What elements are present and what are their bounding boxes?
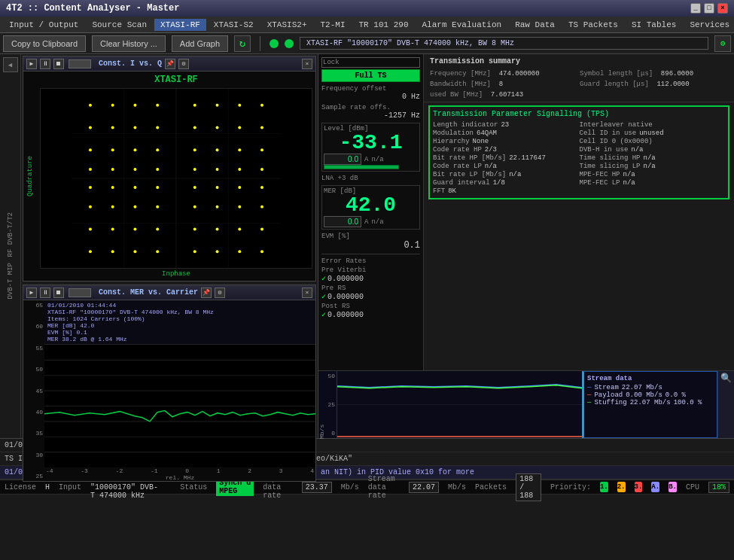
panel-config-btn[interactable]: ⚙ (178, 59, 189, 69)
freq-row: Frequency [MHz] 474.000000 (430, 68, 578, 78)
rf-dvb-label: RF DVB-T/T2 (7, 212, 14, 257)
svg-point-50 (193, 205, 196, 208)
mer-stop-btn[interactable]: ⏹ (53, 288, 64, 298)
panel-slider[interactable] (69, 59, 91, 68)
mer-pin-btn[interactable]: 📌 (201, 288, 212, 298)
y-label-60: 60 (35, 323, 43, 330)
svg-point-36 (238, 168, 241, 171)
mer-current-input[interactable] (324, 216, 361, 227)
mer-chart-area: 01/01/2010 01:44:44 XTASI-RF "10000170" … (44, 300, 315, 481)
menu-si-tables[interactable]: SI Tables (626, 19, 682, 31)
svg-point-22 (89, 148, 92, 151)
close-button[interactable]: × (717, 3, 728, 14)
menu-services-pids[interactable]: Services / PIDs (684, 19, 734, 31)
menu-xtasi-rf[interactable]: XTASI-RF (154, 19, 206, 31)
menu-ts-packets[interactable]: TS Packets (562, 19, 624, 31)
x-label-m3: -3 (81, 467, 88, 474)
post-rs-row: ✓ 0.000000 (321, 310, 420, 319)
level-current-input[interactable] (324, 154, 361, 165)
panel-pin-btn[interactable]: 📌 (165, 59, 175, 69)
tps-row-2-left: Hierarchy None (433, 138, 579, 145)
freq-val: 474.000000 (499, 70, 540, 78)
measurement-col: Lock Full TS Frequency offset 0 Hz Sampl… (318, 54, 424, 370)
svg-point-15 (111, 126, 114, 129)
pre-rs-check: ✓ (321, 292, 326, 301)
clear-history-button[interactable]: Clear History ... (92, 35, 166, 52)
svg-point-33 (156, 168, 159, 171)
mer-extra: n/a (371, 218, 383, 226)
svg-point-6 (89, 104, 92, 107)
panel-play-btn[interactable]: ▶ (26, 59, 37, 69)
tps-row-5-left: Code rate LP n/a (433, 163, 579, 170)
tps-key-7-r: MPE-FEC LP (580, 179, 620, 187)
bw-label: Bandwidth [MHz] (430, 81, 491, 88)
menu-source-scan[interactable]: Source Scan (86, 19, 153, 31)
menu-alarm-eval[interactable]: Alarm Evaluation (416, 19, 508, 31)
priority-badge-3: 3. (635, 482, 643, 492)
svg-point-24 (133, 148, 136, 151)
refresh-button[interactable]: ↻ (234, 35, 251, 52)
menu-tr101290[interactable]: TR 101 290 (353, 19, 415, 31)
pre-viterbi-label: Pre Viterbi (321, 266, 420, 274)
add-graph-button[interactable]: Add Graph (172, 35, 228, 52)
stream-magnify-btn[interactable]: 🔍 (717, 371, 734, 438)
priority-badge-2: 2. (617, 482, 626, 492)
stream-legend-stuffing-pct: 100.0 % (674, 399, 702, 406)
y-label-45: 45 (35, 388, 43, 394)
tps-key-5-l: Code rate LP (433, 163, 482, 170)
level-value: -33.1 (324, 132, 418, 154)
y-label-30: 30 (35, 452, 43, 458)
x-label-3: 3 (279, 467, 283, 474)
mer-close-btn[interactable]: × (302, 288, 312, 298)
inphase-label: Inphase (40, 270, 312, 278)
panel-stop-btn[interactable]: ⏹ (53, 59, 64, 69)
maximize-button[interactable]: □ (704, 3, 714, 14)
right-top: Lock Full TS Frequency offset 0 Hz Sampl… (318, 54, 734, 370)
mer-y-axis: 65 60 55 50 45 40 35 30 25 (23, 300, 44, 481)
menu-t2mi[interactable]: T2-MI (314, 19, 351, 31)
svg-point-29 (260, 148, 263, 151)
freq-offset-label: Frequency offset (321, 85, 420, 93)
mer-meas-value: 42.0 (324, 195, 418, 216)
tps-row-8-right (580, 187, 726, 195)
menu-raw-data[interactable]: Raw Data (509, 19, 561, 31)
mer-play-btn[interactable]: ▶ (26, 288, 37, 298)
svg-point-7 (111, 104, 114, 107)
tps-row-7-left: Guard interval 1/8 (433, 179, 579, 187)
status-indicator-green (270, 39, 279, 48)
stream-legend-stream-indicator: — (587, 384, 591, 391)
stream-y-50: 50 (327, 373, 335, 379)
settings-button[interactable]: ⚙ (714, 35, 731, 52)
svg-point-23 (111, 148, 114, 151)
minimize-button[interactable]: _ (690, 3, 701, 14)
stream-y-25: 25 (327, 401, 335, 408)
svg-point-20 (238, 126, 241, 129)
panel-close-btn[interactable]: × (302, 59, 312, 69)
svg-point-55 (111, 227, 114, 230)
tps-row-1-left: Modulation 64QAM (433, 129, 579, 137)
y-label-55: 55 (35, 345, 43, 352)
collapse-button[interactable]: ◀ (3, 57, 18, 72)
svg-point-44 (238, 186, 241, 189)
stream-legend-stuffing-label: Stuffing (594, 399, 626, 406)
magnify-icon: 🔍 (720, 373, 732, 384)
svg-point-48 (133, 205, 136, 208)
mer-info: 01/01/2010 01:44:44 XTASI-RF "10000170" … (44, 300, 315, 345)
svg-point-57 (156, 227, 159, 230)
menu-xtasi-s2[interactable]: XTASI-S2 (208, 19, 260, 31)
tps-val-1-l: 64QAM (477, 129, 497, 137)
mer-slider[interactable] (69, 288, 91, 297)
mer-config-btn[interactable]: ⚙ (215, 288, 225, 298)
svg-point-17 (156, 126, 159, 129)
copy-to-clipboard-button[interactable]: Copy to Clipboard (3, 35, 86, 52)
stream-legend-stream-value: 22.07 Mb/s (622, 384, 662, 391)
tps-row-6-right: MPE-FEC HP n/a (580, 171, 726, 178)
menu-input-output[interactable]: Input / Output (3, 19, 84, 31)
bw-row: Bandwidth [MHz] 8 (430, 79, 578, 88)
input-label: Input (59, 483, 81, 492)
stream-legend-payload: — Payload 0.00 Mb/s 0.0 % (587, 391, 714, 399)
panel-pause-btn[interactable]: ⏸ (40, 59, 50, 69)
tps-title: Transmission Parameter Signalling (TPS) (433, 110, 725, 118)
menu-xtasis2plus[interactable]: XTASIS2+ (261, 19, 313, 31)
mer-pause-btn[interactable]: ⏸ (40, 288, 50, 298)
